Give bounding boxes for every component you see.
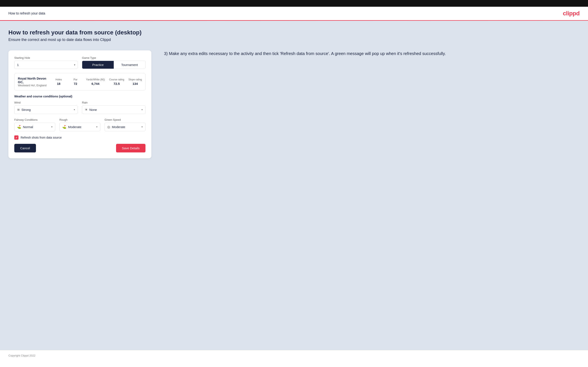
yards-value: 6,744: [86, 82, 105, 85]
refresh-checkbox[interactable]: [14, 135, 18, 140]
rough-value: Moderate: [68, 125, 95, 129]
form-card: Starting Hole 1 ▾ Game Type Practice Tou…: [9, 50, 151, 158]
tournament-button[interactable]: Tournament: [114, 61, 145, 69]
course-par-stat: Par 72: [69, 78, 82, 85]
rough-dropdown[interactable]: ⛳ Moderate ▾: [60, 123, 101, 131]
page-subheading: Ensure the correct and most up to date d…: [9, 38, 579, 42]
game-type-group: Game Type Practice Tournament: [82, 56, 146, 69]
course-rating-value: 72.5: [109, 82, 124, 85]
fairway-label: Fairway Conditions: [14, 118, 55, 121]
green-speed-value: Moderate: [112, 125, 140, 129]
wind-chevron-icon: ▾: [74, 108, 75, 111]
rough-chevron-icon: ▾: [96, 125, 97, 128]
refresh-checkbox-row: Refresh shots from data source: [14, 135, 146, 140]
top-bar: [0, 0, 588, 7]
rain-label: Rain: [82, 101, 146, 104]
holes-value: 18: [52, 82, 65, 85]
course-yards-stat: Yards/White (M)) 6,744: [86, 78, 105, 85]
game-type-toggle: Practice Tournament: [82, 61, 146, 69]
page-heading: How to refresh your data from source (de…: [9, 29, 579, 36]
green-speed-label: Green Speed: [104, 118, 146, 121]
rough-label: Rough: [60, 118, 101, 121]
save-button[interactable]: Save Details: [116, 144, 146, 152]
fairway-group: Fairway Conditions ⛳ Normal ▾: [14, 118, 55, 131]
form-buttons-row: Cancel Save Details: [14, 144, 146, 152]
fairway-icon: ⛳: [17, 125, 21, 129]
rain-dropdown[interactable]: ☀ None ▾: [82, 105, 146, 114]
course-info-box: Royal North Devon GC, Westward Ho!, Engl…: [14, 73, 146, 91]
green-speed-group: Green Speed ◎ Moderate ▾: [104, 118, 146, 131]
rain-group: Rain ☀ None ▾: [82, 101, 146, 114]
starting-hole-group: Starting Hole 1 ▾: [14, 56, 78, 69]
copyright-text: Copyright Clippd 2022: [9, 354, 35, 357]
fairway-dropdown[interactable]: ⛳ Normal ▾: [14, 123, 55, 131]
starting-hole-label: Starting Hole: [14, 56, 78, 59]
wind-group: Wind ≋ Strong ▾: [14, 101, 78, 114]
conditions-row: Fairway Conditions ⛳ Normal ▾ Rough ⛳ Mo…: [14, 118, 146, 131]
yards-label: Yards/White (M)): [86, 78, 105, 81]
green-speed-chevron-icon: ▾: [141, 125, 143, 128]
wind-rain-row: Wind ≋ Strong ▾ Rain ☀ None ▾: [14, 101, 146, 114]
rain-value: None: [89, 108, 140, 111]
rain-icon: ☀: [85, 108, 88, 112]
course-name: Royal North Devon GC,: [18, 77, 48, 84]
course-holes-stat: Holes 18: [52, 78, 65, 85]
slope-rating-stat: Slope rating 134: [129, 78, 142, 85]
cancel-button[interactable]: Cancel: [14, 144, 36, 152]
par-value: 72: [69, 82, 82, 85]
slope-rating-value: 134: [129, 82, 142, 85]
top-form-row: Starting Hole 1 ▾ Game Type Practice Tou…: [14, 56, 146, 69]
par-label: Par: [69, 78, 82, 81]
header: How to refresh your data clippd: [0, 7, 588, 21]
rain-chevron-icon: ▾: [141, 108, 143, 111]
holes-label: Holes: [52, 78, 65, 81]
rough-group: Rough ⛳ Moderate ▾: [60, 118, 101, 131]
game-type-label: Game Type: [82, 56, 146, 59]
fairway-chevron-icon: ▾: [51, 125, 52, 128]
logo: clippd: [563, 10, 579, 17]
content-layout: Starting Hole 1 ▾ Game Type Practice Tou…: [9, 50, 579, 158]
rough-icon: ⛳: [62, 125, 66, 129]
green-speed-icon: ◎: [107, 125, 110, 129]
right-description-area: 3) Make any extra edits necessary to the…: [164, 50, 579, 57]
starting-hole-select-wrapper: 1 ▾: [14, 61, 78, 69]
footer: Copyright Clippd 2022: [0, 350, 588, 361]
starting-hole-select[interactable]: 1: [14, 61, 78, 69]
wind-value: Strong: [21, 108, 72, 111]
weather-section-heading: Weather and course conditions (optional): [14, 95, 146, 98]
fairway-value: Normal: [23, 125, 50, 129]
wind-dropdown[interactable]: ≋ Strong ▾: [14, 105, 78, 114]
course-rating-label: Course rating: [109, 78, 124, 81]
right-description-text: 3) Make any extra edits necessary to the…: [164, 50, 579, 57]
green-speed-dropdown[interactable]: ◎ Moderate ▾: [104, 123, 146, 131]
main-content: How to refresh your data from source (de…: [0, 21, 588, 350]
refresh-checkbox-label: Refresh shots from data source: [21, 136, 62, 139]
wind-icon: ≋: [17, 108, 20, 112]
course-location: Westward Ho!, England: [18, 84, 48, 87]
header-title: How to refresh your data: [9, 12, 45, 15]
course-rating-stat: Course rating 72.5: [109, 78, 124, 85]
slope-rating-label: Slope rating: [129, 78, 142, 81]
course-name-section: Royal North Devon GC, Westward Ho!, Engl…: [18, 77, 48, 87]
wind-label: Wind: [14, 101, 78, 104]
practice-button[interactable]: Practice: [82, 61, 114, 69]
